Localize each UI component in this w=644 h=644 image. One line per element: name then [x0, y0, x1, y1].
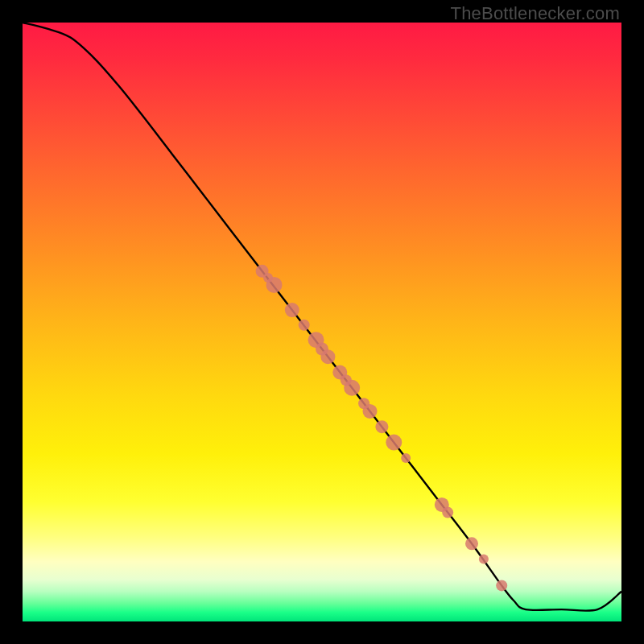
data-point	[479, 555, 489, 564]
data-point	[320, 349, 335, 364]
data-point	[442, 507, 453, 518]
data-point	[465, 537, 478, 550]
data-point	[285, 303, 299, 317]
data-point	[496, 580, 507, 591]
data-point	[299, 320, 310, 331]
bottleneck-curve	[23, 23, 621, 611]
chart-svg	[23, 23, 621, 621]
data-point	[266, 277, 283, 293]
data-point	[401, 453, 411, 463]
data-point	[386, 435, 402, 451]
chart-frame: TheBottlenecker.com	[0, 0, 644, 644]
watermark-text: TheBottlenecker.com	[451, 3, 620, 24]
data-point	[375, 420, 388, 433]
data-points-group	[256, 265, 508, 592]
data-point	[344, 380, 360, 396]
data-point	[363, 404, 378, 419]
